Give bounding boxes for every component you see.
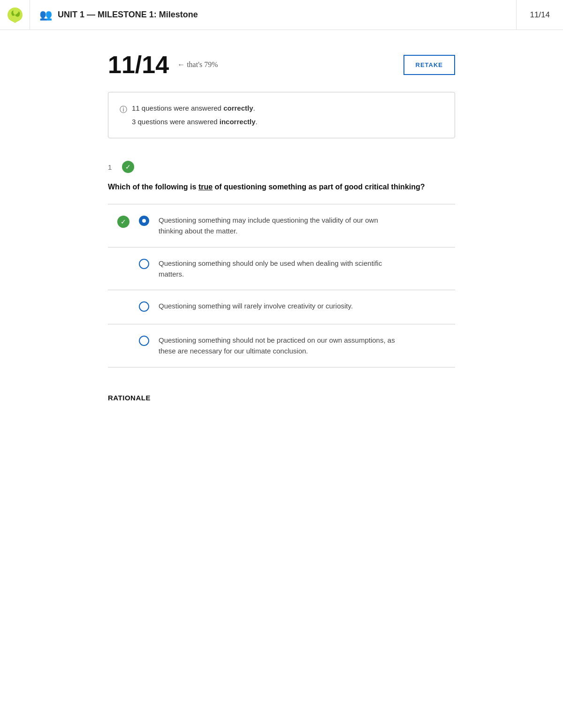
option-item: Questioning something will rarely involv… [108, 290, 455, 324]
rationale-title: RATIONALE [108, 394, 455, 402]
main-content: 11/14 ← that's 79% RETAKE ⓘ 11 questions… [89, 30, 474, 424]
option-empty-indicator [117, 301, 129, 314]
score-annotation-text: ← that's 79% [177, 60, 218, 69]
incorrect-punctuation: . [255, 118, 257, 126]
options-list: ✓ Questioning something may include ques… [108, 204, 455, 368]
correct-text: questions were answered [142, 104, 223, 112]
option-text: Questioning something will rarely involv… [159, 300, 353, 311]
score-annotation: ← that's 79% [177, 60, 218, 69]
score-left: 11/14 ← that's 79% [108, 53, 218, 77]
correct-line: 11 questions were answered correctly. [132, 102, 258, 115]
question-header: 1 ✓ [108, 161, 455, 173]
correct-bold: correctly [223, 104, 253, 112]
option-text: Questioning something may include questi… [159, 215, 403, 237]
option-radio-unselected[interactable] [139, 259, 149, 269]
retake-button[interactable]: RETAKE [403, 55, 455, 75]
incorrect-text: questions were answered [138, 118, 220, 126]
option-item: Questioning something should only be use… [108, 248, 455, 291]
option-text: Questioning something should only be use… [159, 258, 403, 280]
question-text-underlined: true [198, 183, 213, 191]
option-empty-indicator [117, 336, 129, 348]
milestone-icon: 👥 [39, 9, 52, 21]
question-text: Which of the following is true of questi… [108, 181, 436, 193]
sophia-logo-icon [6, 6, 24, 24]
score-fraction: 11/14 [108, 53, 169, 77]
question-text-after: of questioning something as part of good… [213, 183, 425, 191]
header-progress: 11/14 [517, 10, 563, 20]
option-text: Questioning something should not be prac… [159, 335, 403, 357]
score-section: 11/14 ← that's 79% RETAKE [108, 53, 455, 77]
summary-lines: 11 questions were answered correctly. 3 … [132, 102, 258, 128]
page-header: 👥 UNIT 1 — MILESTONE 1: Milestone 11/14 [0, 0, 563, 30]
option-empty-indicator [117, 259, 129, 271]
option-radio-selected[interactable] [139, 216, 149, 226]
question-correct-badge: ✓ [122, 161, 134, 173]
incorrect-bold: incorrectly [220, 118, 256, 126]
question-number: 1 [108, 163, 115, 171]
logo-area [0, 0, 30, 30]
header-title: UNIT 1 — MILESTONE 1: Milestone [58, 10, 198, 20]
incorrect-count: 3 [132, 118, 136, 126]
question-text-before: Which of the following is [108, 183, 198, 191]
option-radio-unselected[interactable] [139, 301, 149, 312]
option-item: ✓ Questioning something may include ques… [108, 204, 455, 248]
correct-punctuation: . [253, 104, 255, 112]
option-correct-icon: ✓ [117, 216, 129, 228]
header-title-area: 👥 UNIT 1 — MILESTONE 1: Milestone [30, 0, 517, 30]
question-section: 1 ✓ Which of the following is true of qu… [108, 161, 455, 368]
summary-row: ⓘ 11 questions were answered correctly. … [120, 102, 443, 128]
summary-box: ⓘ 11 questions were answered correctly. … [108, 92, 455, 138]
correct-count: 11 [132, 104, 140, 112]
info-icon: ⓘ [120, 103, 127, 117]
option-radio-unselected[interactable] [139, 336, 149, 346]
rationale-section: RATIONALE [108, 386, 455, 402]
incorrect-line: 3 questions were answered incorrectly. [132, 115, 258, 129]
option-item: Questioning something should not be prac… [108, 324, 455, 368]
